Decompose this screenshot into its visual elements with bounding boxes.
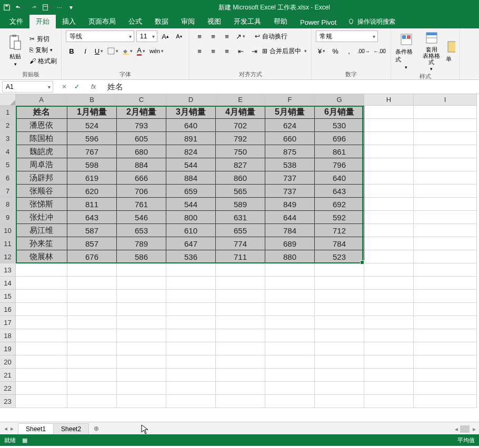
cell[interactable] — [67, 329, 117, 342]
cell[interactable]: 761 — [117, 198, 166, 211]
cell[interactable]: 张悌斯 — [16, 198, 67, 211]
cell[interactable] — [16, 316, 67, 329]
cell[interactable]: 857 — [67, 237, 117, 250]
cell[interactable] — [315, 303, 364, 316]
wrap-text-button[interactable]: ↩自动换行 — [255, 32, 287, 41]
cell[interactable] — [117, 290, 166, 303]
cell[interactable]: 750 — [216, 145, 265, 158]
row-head[interactable]: 12 — [0, 250, 16, 263]
cell[interactable]: 592 — [315, 211, 364, 224]
cell[interactable] — [117, 316, 166, 329]
cell[interactable]: 737 — [265, 185, 315, 198]
col-head[interactable]: F — [265, 94, 315, 106]
cell[interactable] — [364, 198, 414, 211]
fx-icon[interactable]: fx — [91, 83, 96, 90]
record-macro-icon[interactable]: ▦ — [22, 437, 27, 444]
cell[interactable] — [414, 132, 477, 145]
cell[interactable] — [67, 316, 117, 329]
row-head[interactable]: 15 — [0, 290, 16, 303]
row-head[interactable]: 9 — [0, 211, 16, 224]
cell[interactable] — [16, 395, 67, 408]
cell[interactable]: 631 — [216, 211, 265, 224]
cell[interactable]: 530 — [315, 119, 364, 132]
align-center-icon[interactable]: ≡ — [207, 45, 219, 57]
cell[interactable] — [67, 290, 117, 303]
cell[interactable]: 711 — [216, 250, 265, 263]
cell[interactable]: 784 — [265, 224, 315, 237]
cell[interactable]: 538 — [265, 158, 315, 171]
tab-data[interactable]: 数据 — [148, 15, 175, 28]
cell[interactable] — [315, 263, 364, 277]
row-head[interactable]: 21 — [0, 369, 16, 382]
cell[interactable]: 655 — [216, 224, 265, 237]
cell[interactable] — [166, 369, 216, 382]
cell[interactable]: 饶展林 — [16, 250, 67, 263]
cell[interactable]: 陈国柏 — [16, 132, 67, 145]
row-head[interactable]: 14 — [0, 277, 16, 290]
row-head[interactable]: 22 — [0, 382, 16, 395]
tab-pagelayout[interactable]: 页面布局 — [82, 15, 122, 28]
cell[interactable] — [414, 211, 477, 224]
cell[interactable] — [216, 277, 265, 290]
copy-button[interactable]: ⎘复制▾ — [29, 46, 57, 55]
cell[interactable] — [216, 395, 265, 408]
cell[interactable] — [414, 355, 477, 369]
col-head[interactable]: G — [315, 94, 364, 106]
italic-button[interactable]: I — [79, 45, 91, 57]
cell[interactable]: 孙来笙 — [16, 237, 67, 250]
cell[interactable] — [414, 224, 477, 237]
cell[interactable] — [216, 382, 265, 395]
cell[interactable]: 596 — [67, 132, 117, 145]
currency-icon[interactable]: ¥ — [316, 45, 327, 57]
cell[interactable] — [414, 303, 477, 316]
cell[interactable]: 824 — [166, 145, 216, 158]
cell[interactable]: 周卓浩 — [16, 158, 67, 171]
cell[interactable]: 880 — [265, 250, 315, 263]
grow-font-icon[interactable]: A▴ — [159, 30, 171, 42]
cell[interactable]: 689 — [265, 237, 315, 250]
cell[interactable] — [216, 369, 265, 382]
cell[interactable] — [414, 382, 477, 395]
col-head[interactable]: I — [414, 94, 477, 106]
cell[interactable]: 536 — [166, 250, 216, 263]
table-format-button[interactable]: 套用 表格格式▾ — [421, 30, 443, 72]
cell[interactable]: 784 — [315, 237, 364, 250]
new-sheet-icon[interactable]: ⊕ — [94, 425, 99, 432]
cell[interactable] — [117, 342, 166, 355]
cell[interactable] — [265, 395, 315, 408]
font-name-combo[interactable]: 等线 — [66, 30, 134, 42]
cell[interactable] — [315, 355, 364, 369]
scroll-left-icon[interactable]: ◂ — [455, 425, 458, 433]
cell[interactable]: 660 — [265, 132, 315, 145]
cell[interactable]: 523 — [315, 250, 364, 263]
cell[interactable] — [265, 342, 315, 355]
dec-decimal-icon[interactable]: ←.00 — [373, 45, 386, 57]
cell[interactable]: 692 — [315, 198, 364, 211]
cell[interactable] — [16, 290, 67, 303]
cell[interactable] — [117, 329, 166, 342]
cell[interactable]: 737 — [265, 171, 315, 185]
tab-insert[interactable]: 插入 — [56, 15, 82, 28]
cell[interactable] — [315, 290, 364, 303]
row-head[interactable]: 8 — [0, 198, 16, 211]
cell[interactable] — [166, 290, 216, 303]
cell[interactable] — [364, 171, 414, 185]
row-head[interactable]: 11 — [0, 237, 16, 250]
cell[interactable]: 860 — [216, 171, 265, 185]
cell[interactable]: 2月销量 — [117, 106, 166, 119]
cell[interactable] — [67, 342, 117, 355]
cell[interactable] — [364, 316, 414, 329]
cell[interactable]: 潘恩依 — [16, 119, 67, 132]
cell[interactable] — [16, 382, 67, 395]
row-head[interactable]: 4 — [0, 145, 16, 158]
cell[interactable]: 586 — [117, 250, 166, 263]
cell[interactable]: 647 — [166, 237, 216, 250]
align-top-icon[interactable]: ≡ — [194, 30, 205, 42]
cell[interactable]: 891 — [166, 132, 216, 145]
col-head[interactable]: C — [117, 94, 166, 106]
scroll-thumb[interactable] — [460, 425, 470, 433]
cell[interactable] — [414, 185, 477, 198]
cell[interactable]: 620 — [67, 185, 117, 198]
row-head[interactable]: 6 — [0, 171, 16, 185]
cell[interactable]: 张顺谷 — [16, 185, 67, 198]
